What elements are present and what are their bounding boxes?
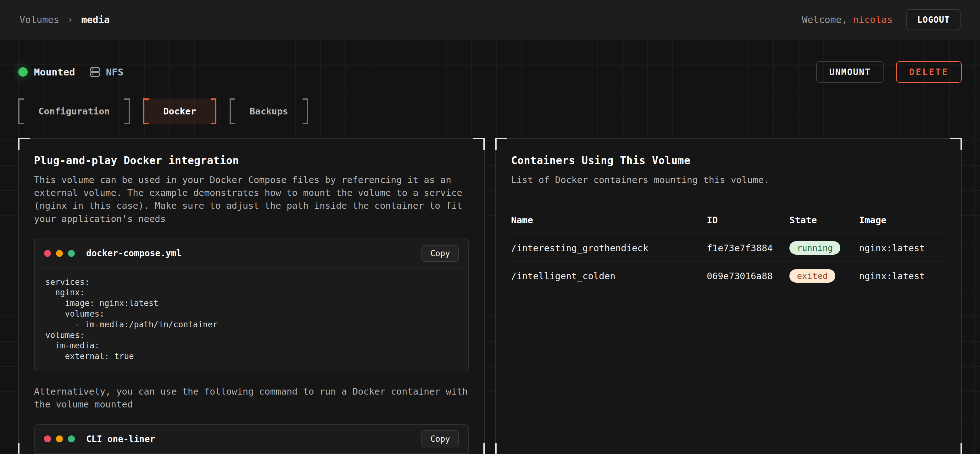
- filesystem-type-label: NFS: [106, 66, 124, 78]
- tab-backups-label: Backups: [235, 98, 302, 124]
- cli-code-header: CLI one-liner Copy: [35, 425, 468, 454]
- containers-panel-title: Containers Using This Volume: [511, 154, 946, 167]
- status-badge: running: [789, 241, 840, 255]
- table-row: /intelligent_colden 069e73016a88 exited …: [511, 262, 946, 290]
- tab-left-bracket: [18, 98, 24, 124]
- top-bar: Volumes › media Welcome, nicolas LOGOUT: [0, 0, 980, 39]
- tab-docker-label: Docker: [149, 98, 211, 124]
- compose-code: services: nginx: image: nginx:latest vol…: [45, 277, 458, 362]
- username: nicolas: [853, 14, 892, 25]
- container-name: /intelligent_colden: [511, 262, 707, 290]
- docker-panel-title: Plug-and-play Docker integration: [34, 154, 469, 167]
- containers-panel-subtitle: List of Docker containers mounting this …: [511, 173, 945, 186]
- red-dot-icon: [44, 435, 51, 442]
- compose-filename: docker-compose.yml: [86, 248, 181, 259]
- mounted-status-label: Mounted: [34, 66, 75, 78]
- tab-backups[interactable]: Backups: [229, 98, 308, 124]
- container-state-cell: exited: [789, 262, 859, 290]
- copy-compose-button[interactable]: Copy: [422, 245, 459, 262]
- table-header-row: Name ID State Image: [511, 208, 946, 234]
- compose-code-body: services: nginx: image: nginx:latest vol…: [35, 268, 468, 371]
- column-header-state: State: [789, 208, 859, 234]
- docker-panel-description: This volume can be used in your Docker C…: [34, 173, 468, 225]
- server-icon: [89, 66, 101, 78]
- tab-docker[interactable]: Docker: [143, 98, 216, 124]
- panel-corner-bracket: [950, 443, 962, 454]
- tab-right-bracket: [302, 98, 308, 124]
- compose-code-block: docker-compose.yml Copy services: nginx:…: [34, 239, 469, 371]
- docker-integration-panel: Plug-and-play Docker integration This vo…: [18, 138, 485, 454]
- delete-button[interactable]: DELETE: [896, 61, 962, 83]
- yellow-dot-icon: [56, 250, 63, 257]
- breadcrumb-current-volume: media: [81, 14, 110, 25]
- container-id: f1e73e7f3884: [707, 234, 789, 262]
- yellow-dot-icon: [56, 435, 63, 442]
- panel-corner-bracket: [495, 443, 507, 454]
- mounted-status-dot-icon: [18, 67, 28, 77]
- tab-left-bracket: [229, 98, 235, 124]
- container-image: nginx:latest: [859, 234, 946, 262]
- column-header-name: Name: [511, 208, 707, 234]
- container-state-cell: running: [789, 234, 859, 262]
- panel-corner-bracket: [18, 138, 30, 150]
- logout-button[interactable]: LOGOUT: [907, 9, 961, 30]
- window-dots: [44, 435, 75, 442]
- unmount-button[interactable]: UNMOUNT: [816, 61, 884, 83]
- tab-right-bracket: [124, 98, 130, 124]
- tab-configuration[interactable]: Configuration: [18, 98, 130, 124]
- copy-cli-button[interactable]: Copy: [422, 430, 459, 448]
- welcome-prefix: Welcome,: [802, 14, 853, 25]
- window-dots: [44, 250, 75, 257]
- panel-corner-bracket: [18, 443, 30, 454]
- main-area: Mounted NFS UNMOUNT DELETE: [0, 61, 980, 454]
- mount-status: Mounted: [18, 66, 75, 78]
- topbar-right: Welcome, nicolas LOGOUT: [802, 9, 961, 30]
- table-row: /interesting_grothendieck f1e73e7f3884 r…: [511, 234, 946, 262]
- status-indicators: Mounted NFS: [18, 66, 124, 78]
- volume-actions: UNMOUNT DELETE: [816, 61, 962, 83]
- compose-code-header: docker-compose.yml Copy: [35, 239, 468, 268]
- panel-corner-bracket: [473, 443, 485, 454]
- column-header-id: ID: [707, 208, 789, 234]
- status-row: Mounted NFS UNMOUNT DELETE: [18, 61, 962, 83]
- panel-corner-bracket: [473, 138, 485, 150]
- panel-corner-bracket: [495, 138, 507, 150]
- cli-code-block: CLI one-liner Copy docker run -v im-medi…: [34, 424, 469, 454]
- tab-right-bracket: [211, 98, 216, 124]
- containers-panel: Containers Using This Volume List of Doc…: [495, 138, 962, 454]
- cli-intro-text: Alternatively, you can use the following…: [34, 385, 468, 411]
- red-dot-icon: [44, 250, 51, 257]
- green-dot-icon: [68, 435, 75, 442]
- containers-table: Name ID State Image /interesting_grothen…: [511, 208, 946, 290]
- panel-row: Plug-and-play Docker integration This vo…: [18, 138, 962, 454]
- tab-configuration-label: Configuration: [24, 98, 124, 124]
- welcome-text: Welcome, nicolas: [802, 14, 892, 25]
- status-badge: exited: [789, 269, 835, 283]
- panel-corner-bracket: [950, 138, 962, 150]
- chevron-right-icon: ›: [67, 14, 73, 25]
- breadcrumb: Volumes › media: [19, 14, 110, 25]
- cli-block-title: CLI one-liner: [86, 434, 155, 444]
- column-header-image: Image: [859, 208, 946, 234]
- filesystem-type: NFS: [89, 66, 124, 78]
- container-image: nginx:latest: [859, 262, 946, 290]
- green-dot-icon: [68, 250, 75, 257]
- tab-left-bracket: [143, 98, 149, 124]
- container-name: /interesting_grothendieck: [511, 234, 707, 262]
- container-id: 069e73016a88: [707, 262, 789, 290]
- breadcrumb-volumes-link[interactable]: Volumes: [19, 14, 59, 25]
- tab-bar: Configuration Docker Backups: [18, 98, 962, 124]
